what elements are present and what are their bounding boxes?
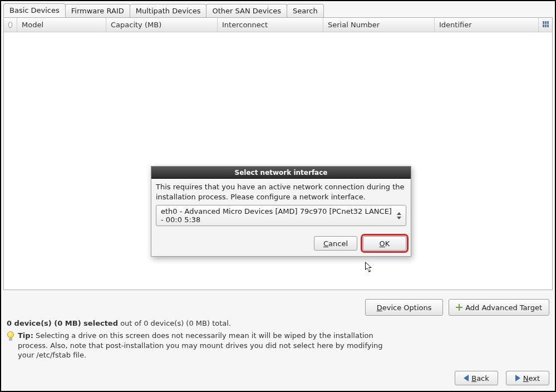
next-button[interactable]: Next	[506, 371, 549, 385]
tab-firmware-raid[interactable]: Firmware RAID	[65, 4, 130, 17]
network-interface-combo[interactable]: eth0 - Advanced Micro Devices [AMD] 79c9…	[156, 205, 406, 226]
column-interconnect[interactable]: Interconnect	[218, 18, 323, 32]
column-serial-number[interactable]: Serial Number	[323, 18, 435, 32]
device-table-header: Model Capacity (MB) Interconnect Serial …	[4, 18, 552, 32]
device-tabs: Basic Devices Firmware RAID Multipath De…	[3, 3, 553, 17]
tab-search[interactable]: Search	[287, 4, 324, 17]
tab-basic-devices[interactable]: Basic Devices	[3, 3, 66, 17]
device-options-button[interactable]: Device Options	[365, 299, 443, 316]
select-network-interface-dialog: Select network interface This requires t…	[151, 166, 411, 257]
lightbulb-icon	[7, 331, 14, 341]
selection-summary: 0 device(s) (0 MB) selected out of 0 dev…	[1, 318, 555, 330]
column-chooser[interactable]	[539, 18, 552, 32]
tip-label: Tip:	[18, 331, 33, 340]
column-identifier[interactable]: Identifier	[435, 18, 539, 32]
back-button[interactable]: Back	[455, 371, 498, 385]
column-model[interactable]: Model	[17, 18, 106, 32]
dialog-message: This requires that you have an active ne…	[156, 182, 406, 202]
chevron-down-icon	[397, 217, 401, 219]
wizard-nav: Back Next	[455, 371, 549, 385]
tab-multipath-devices[interactable]: Multipath Devices	[130, 4, 207, 17]
device-table: Model Capacity (MB) Interconnect Serial …	[3, 17, 553, 290]
combo-value: eth0 - Advanced Micro Devices [AMD] 79c9…	[161, 207, 395, 224]
chevron-up-icon	[397, 212, 401, 215]
cancel-button[interactable]: Cancel	[314, 236, 357, 251]
column-capacity[interactable]: Capacity (MB)	[106, 18, 218, 32]
tip-text: Selecting a drive on this screen does no…	[18, 331, 383, 359]
column-select[interactable]	[4, 18, 17, 32]
dialog-title: Select network interface	[151, 166, 411, 179]
add-advanced-target-button[interactable]: Add Advanced Target	[449, 299, 549, 316]
tab-other-san-devices[interactable]: Other SAN Devices	[206, 4, 287, 17]
arrow-left-icon	[464, 375, 469, 381]
radio-icon	[8, 22, 12, 28]
ok-button[interactable]: OK	[363, 236, 406, 251]
combo-spinner[interactable]	[395, 212, 404, 219]
plus-icon	[456, 304, 462, 311]
bottom-buttons: Device Options Add Advanced Target	[1, 290, 555, 318]
arrow-right-icon	[515, 375, 520, 381]
columns-icon	[543, 21, 549, 29]
tip-row: Tip: Selecting a drive on this screen do…	[1, 330, 402, 366]
